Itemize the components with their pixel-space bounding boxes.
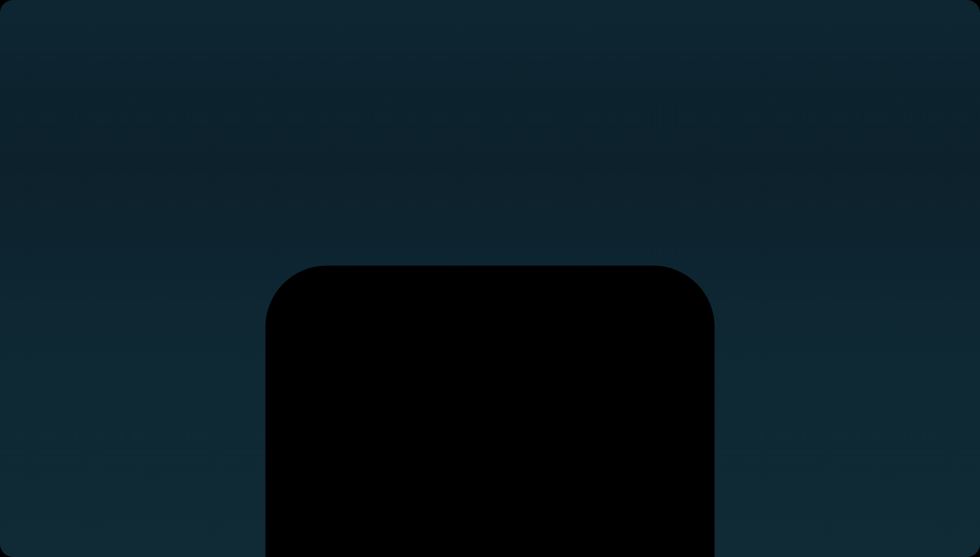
top-bar: 31% 2.94 CPU Load [0,0,980,557]
cpu-metric: 31% 2.94 CPU Load [0,0,980,557]
dashboard-screen: 31% 2.94 CPU Load [0,0,980,557]
system-metrics: 31% 2.94 CPU Load [0,0,980,557]
